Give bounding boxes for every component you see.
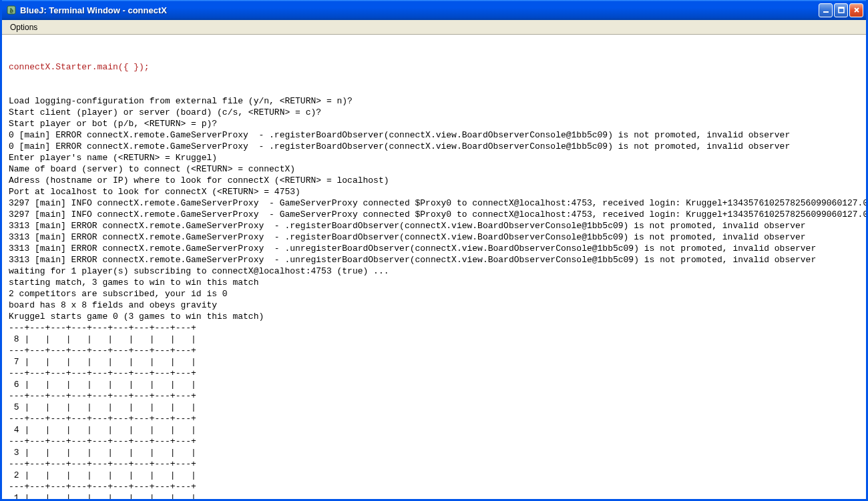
terminal-line: 8 | | | | | | | | | xyxy=(9,334,859,345)
terminal-line: Port at localhost to look for connectX (… xyxy=(9,186,859,197)
app-window: b BlueJ: Terminal Window - connectX Opti… xyxy=(0,0,868,501)
terminal-line: 5 | | | | | | | | | xyxy=(9,402,859,413)
svg-text:b: b xyxy=(10,7,13,14)
terminal-line: ---+---+---+---+---+---+---+---+---+ xyxy=(9,458,859,470)
window-controls xyxy=(819,3,863,17)
menubar: Options xyxy=(2,20,866,35)
terminal-line: 3313 [main] ERROR connectX.remote.GameSe… xyxy=(9,220,859,231)
svg-rect-2 xyxy=(823,11,829,13)
terminal-line: ---+---+---+---+---+---+---+---+---+ xyxy=(9,368,859,379)
terminal-line: 6 | | | | | | | | | xyxy=(9,379,859,390)
terminal-output[interactable]: connectX.Starter.main({ }); Load logging… xyxy=(2,35,866,499)
terminal-line: 3297 [main] INFO connectX.remote.GameSer… xyxy=(9,209,859,220)
close-button[interactable] xyxy=(849,3,863,17)
terminal-line: Load logging-configuration from external… xyxy=(9,95,859,107)
terminal-line: 3313 [main] ERROR connectX.remote.GameSe… xyxy=(9,231,859,243)
menu-options[interactable]: Options xyxy=(6,21,41,33)
terminal-line: ---+---+---+---+---+---+---+---+---+ xyxy=(9,481,859,492)
terminal-line: 3297 [main] INFO connectX.remote.GameSer… xyxy=(9,197,859,209)
maximize-button[interactable] xyxy=(834,3,848,17)
terminal-line: board has 8 x 8 fields and obeys gravity xyxy=(9,300,859,311)
terminal-line: 1 | | | | | | | | | xyxy=(9,492,859,499)
terminal-line: 3313 [main] ERROR connectX.remote.GameSe… xyxy=(9,254,859,266)
terminal-line: starting match, 3 games to win to win th… xyxy=(9,277,859,288)
terminal-line: ---+---+---+---+---+---+---+---+---+ xyxy=(9,322,859,334)
terminal-command: connectX.Starter.main({ }); xyxy=(9,61,859,73)
terminal-line: ---+---+---+---+---+---+---+---+---+ xyxy=(9,345,859,356)
terminal-line: 3 | | | | | | | | | xyxy=(9,447,859,458)
minimize-button[interactable] xyxy=(819,3,833,17)
terminal-line: Adress (hostname or IP) where to look fo… xyxy=(9,175,859,186)
app-icon: b xyxy=(6,5,17,15)
terminal-line: ---+---+---+---+---+---+---+---+---+ xyxy=(9,413,859,424)
terminal-line: 2 | | | | | | | | | xyxy=(9,470,859,481)
titlebar[interactable]: b BlueJ: Terminal Window - connectX xyxy=(2,0,866,20)
terminal-line: Start client (player) or server (board) … xyxy=(9,107,859,118)
window-title: BlueJ: Terminal Window - connectX xyxy=(20,5,819,15)
terminal-line: 2 competitors are subscribed, your id is… xyxy=(9,288,859,300)
terminal-line: Enter player's name (<RETURN> = Kruggel) xyxy=(9,152,859,163)
terminal-line: Name of board (server) to connect (<RETU… xyxy=(9,163,859,175)
terminal-line: 7 | | | | | | | | | xyxy=(9,356,859,368)
terminal-line: 4 | | | | | | | | | xyxy=(9,424,859,436)
terminal-line: Start player or bot (p/b, <RETURN> = p)? xyxy=(9,118,859,129)
terminal-line: 0 [main] ERROR connectX.remote.GameServe… xyxy=(9,141,859,152)
terminal-line: Kruggel starts game 0 (3 games to win th… xyxy=(9,311,859,322)
terminal-line: 0 [main] ERROR connectX.remote.GameServe… xyxy=(9,129,859,141)
terminal-line: ---+---+---+---+---+---+---+---+---+ xyxy=(9,390,859,402)
svg-rect-4 xyxy=(839,7,844,9)
terminal-lines: Load logging-configuration from external… xyxy=(9,95,859,499)
terminal-line: 3313 [main] ERROR connectX.remote.GameSe… xyxy=(9,243,859,254)
terminal-line: ---+---+---+---+---+---+---+---+---+ xyxy=(9,436,859,447)
terminal-line: waiting for 1 player(s) subscribing to c… xyxy=(9,266,859,277)
